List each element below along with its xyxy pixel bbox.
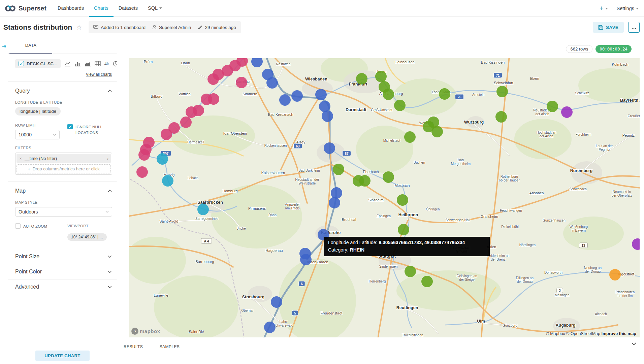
favorite-star-icon[interactable]: ☆ <box>76 24 82 31</box>
map-city-label: Saint-Dié <box>189 330 204 334</box>
map-city-label: Sinsheim <box>368 198 383 202</box>
map-data-point <box>236 77 247 88</box>
table-icon[interactable] <box>95 61 101 66</box>
mapbox-logo-icon: ◑ <box>131 328 138 335</box>
map-city-label: Weißenburgin Bayern <box>570 225 588 232</box>
map-city-label: Homburg <box>222 189 237 193</box>
map-data-point <box>439 88 450 100</box>
remove-filter-icon[interactable]: × <box>17 156 25 161</box>
pie-chart-icon[interactable] <box>113 61 117 67</box>
map-data-point <box>197 204 209 215</box>
map-city-label: Schweinfurt <box>494 81 513 85</box>
ignore-null-checkbox-row[interactable]: IGNORE NULL LOCATIONS <box>67 124 110 135</box>
map-data-point <box>300 254 312 265</box>
row-limit-select[interactable]: 10000 <box>15 130 60 139</box>
map-city-label: Günzburg <box>503 324 517 327</box>
collapse-south-pane-icon[interactable] <box>631 342 637 345</box>
viewport-label: VIEWPORT <box>67 224 107 228</box>
save-icon <box>598 25 603 30</box>
owner-badge[interactable]: Superset Admin <box>152 25 191 30</box>
query-section-header[interactable]: Query <box>15 88 112 94</box>
nav-charts[interactable]: Charts <box>89 0 114 17</box>
map-city-label: Ulm <box>477 319 485 324</box>
bar-chart-icon[interactable] <box>74 61 81 67</box>
area-chart-icon[interactable] <box>85 61 91 67</box>
map-city-label: Haguenau <box>266 249 283 253</box>
map-data-point <box>609 269 621 280</box>
map-data-point <box>315 89 327 100</box>
dashboard-count-badge[interactable]: Added to 1 dashboard <box>93 25 146 30</box>
last-modified-badge[interactable]: 29 minutes ago <box>198 25 236 30</box>
chevron-down-icon <box>108 270 112 273</box>
map-city-label: Sindelfingen <box>379 265 397 268</box>
expand-panel-icon[interactable]: ⇥ <box>2 43 6 49</box>
nav-dashboards[interactable]: Dashboards <box>53 0 89 17</box>
chart-meta: Added to 1 dashboard Superset Admin 29 m… <box>89 21 240 33</box>
map-data-point <box>266 77 278 89</box>
map-city-label: Kulmbach <box>612 62 629 66</box>
map-data-point <box>291 90 303 102</box>
superset-logo[interactable]: Superset <box>0 4 46 12</box>
map-city-label: Mosbach <box>395 184 410 188</box>
chevron-down-icon <box>159 7 162 9</box>
superset-infinity-icon <box>5 4 16 12</box>
chart-area: 662 rows 00:00:00.24 7126636750765A 4132… <box>117 38 644 364</box>
view-all-charts-link[interactable]: View all charts <box>86 72 112 77</box>
map-city-label: Creußen <box>628 114 640 118</box>
map-city-label: Nuremberg <box>570 168 593 173</box>
map-city-label: Trochtelfingen <box>402 333 423 337</box>
point-size-section[interactable]: Point Size <box>8 249 117 264</box>
map-data-point <box>333 164 344 175</box>
map-city-label: Neumarkt inder Oberpfalz <box>612 190 632 197</box>
viewport-value-chip[interactable]: 10° 24' 49.86" | ... <box>67 233 107 241</box>
lonlat-value-chip[interactable]: longitude | latitude <box>15 107 61 115</box>
nav-sql[interactable]: SQL <box>143 0 167 17</box>
point-color-section[interactable]: Point Color <box>8 264 117 279</box>
line-chart-icon[interactable] <box>64 61 71 67</box>
viz-selected-checkbox <box>19 61 24 66</box>
map-city-label: Dahn <box>268 213 277 217</box>
new-button[interactable]: + <box>600 5 608 12</box>
viz-type-chip[interactable]: DECK.GL SC... <box>15 59 61 68</box>
map-city-label: Donauwörth <box>544 271 562 274</box>
map-city-label: Obernai <box>241 309 253 312</box>
map-data-point <box>279 94 291 106</box>
map-section-header[interactable]: Map <box>15 188 112 194</box>
advanced-section[interactable]: Advanced <box>8 279 117 294</box>
auto-zoom-checkbox-row[interactable]: AUTO ZOOM <box>15 223 67 229</box>
deckgl-map[interactable]: 7126636750765A 4132PrümDaunNastättenGeln… <box>129 58 640 337</box>
map-data-point <box>431 126 443 137</box>
filter-chip-time[interactable]: × __time (No filter) › <box>17 154 111 163</box>
more-viz-count[interactable]: 4k <box>104 61 109 66</box>
map-data-point <box>495 111 507 123</box>
map-data-point <box>383 171 394 183</box>
map-data-point <box>359 175 371 187</box>
map-data-point <box>319 101 330 112</box>
map-city-label: Neustadt an derWeinstraße <box>295 178 319 185</box>
update-chart-button[interactable]: UPDATE CHART <box>35 351 89 361</box>
chart-header: Stations distribution ☆ Added to 1 dashb… <box>0 17 644 38</box>
more-options-button[interactable]: … <box>628 22 640 33</box>
map-road-shield-label: 13 <box>581 244 585 247</box>
map-city-label: Pegnitz <box>622 133 635 137</box>
tab-data[interactable]: DATA <box>9 38 52 54</box>
tab-results[interactable]: RESULTS <box>124 344 143 349</box>
mapbox-logo[interactable]: ◑ mapbox <box>131 328 160 335</box>
map-city-label: Prüm <box>144 60 153 64</box>
map-city-label: Forchheim <box>575 133 591 136</box>
map-road-shield-label: 26 <box>457 95 461 99</box>
map-attribution[interactable]: © Mapbox © OpenStreetMap Improve this ma… <box>546 331 636 336</box>
settings-menu[interactable]: Settings <box>617 6 639 11</box>
filters-box: × __time (No filter) › + Drop columns/me… <box>15 153 112 175</box>
brand-name: Superset <box>19 5 46 12</box>
map-city-label: Saarbrücken <box>197 200 223 205</box>
tab-samples[interactable]: SAMPLES <box>160 344 180 349</box>
nav-datasets[interactable]: Datasets <box>114 0 143 17</box>
map-data-point <box>186 106 197 118</box>
tooltip-coordinates: 8.305563766511732, 49.0389774795334 <box>379 240 465 245</box>
map-city-label: Gunzenhausen <box>543 219 566 222</box>
save-button[interactable]: SAVE <box>593 22 624 33</box>
filter-drop-zone[interactable]: + Drop columns/metrics here or click <box>17 164 111 173</box>
map-style-select[interactable]: Outdoors <box>15 207 112 217</box>
map-data-point <box>561 106 573 118</box>
